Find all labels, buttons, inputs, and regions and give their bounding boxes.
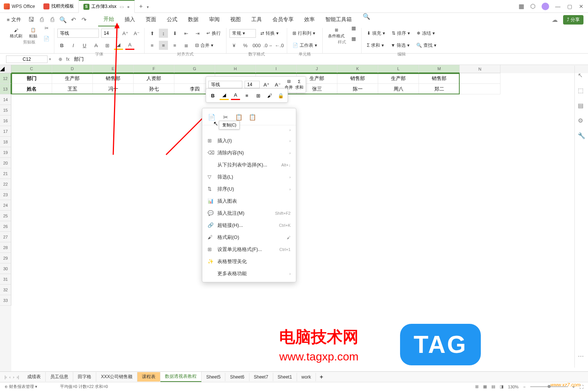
row-header[interactable]: 16	[0, 115, 11, 126]
ctx-paste-special-icon[interactable]: 📋	[248, 113, 257, 121]
sheet-tab[interactable]: 田字格	[73, 372, 96, 382]
side-more-icon[interactable]: ⋯	[578, 353, 585, 360]
side-chain-icon[interactable]: ⚙	[578, 117, 585, 125]
ctx-format-cells[interactable]: ⊞设置单元格格式(F)...Ctrl+1	[202, 243, 296, 256]
col-header[interactable]: N	[460, 65, 500, 73]
rowcol-button[interactable]: ⊞ 行和列 ▾	[290, 29, 317, 37]
tab-data[interactable]: 数据	[183, 13, 204, 26]
col-header[interactable]: F	[134, 65, 174, 73]
mini-sum-button[interactable]: Σ求和	[295, 79, 303, 90]
sum-button[interactable]: Σ 求和 ▾	[365, 42, 386, 49]
number-format-select[interactable]: 常规 ▾	[229, 29, 256, 38]
row-header[interactable]: 29	[0, 253, 11, 263]
col-header[interactable]: G	[174, 65, 215, 73]
tab-menu-icon[interactable]: ▭	[120, 4, 124, 9]
percent-icon[interactable]: %	[241, 41, 250, 50]
strike-icon[interactable]: A̶	[91, 41, 100, 50]
avatar[interactable]	[542, 3, 549, 10]
side-select-icon[interactable]: ⬚	[578, 87, 585, 94]
comma-icon[interactable]: 000	[252, 41, 261, 50]
select-all-corner[interactable]: ◢	[0, 65, 11, 73]
cell-reference-input[interactable]	[6, 55, 48, 63]
tab-close-icon[interactable]: ●	[127, 4, 129, 9]
row-header[interactable]: 24	[0, 200, 11, 211]
sheet-tab[interactable]: Sheet5	[202, 373, 225, 381]
view-layout-icon[interactable]: ▦	[483, 384, 487, 389]
find-button[interactable]: 🔍 查找 ▾	[414, 42, 439, 49]
zoom-out-icon[interactable]: −	[523, 385, 525, 389]
decimal-dec-icon[interactable]: ←.0	[275, 41, 284, 50]
wrap-button[interactable]: ↵ 换行	[204, 29, 223, 37]
cut-icon[interactable]: ✂	[42, 23, 51, 32]
formula-content[interactable]: 部门	[74, 56, 84, 63]
ctx-hyperlink[interactable]: 🔗超链接(H)...Ctrl+K	[202, 219, 296, 231]
ctx-insert[interactable]: ⊞插入(I)›	[202, 135, 296, 147]
sheet-tab[interactable]: Sheet1	[273, 373, 297, 381]
grid-icon[interactable]: ▦	[519, 3, 524, 10]
row-header[interactable]: 18	[0, 137, 11, 147]
row-header[interactable]: 20	[0, 158, 11, 168]
col-header[interactable]: K	[337, 65, 378, 73]
ctx-dropdown-list[interactable]: 从下拉列表中选择(K)...Alt+↓	[202, 159, 296, 171]
sheet-prev-icon[interactable]: ‹	[9, 375, 11, 379]
col-header[interactable]: M	[419, 65, 460, 73]
sheet-tab[interactable]: work	[297, 373, 316, 381]
decrease-font-icon[interactable]: A⁻	[132, 29, 141, 38]
mini-size-select[interactable]	[245, 81, 260, 88]
print-icon[interactable]: ⎙	[49, 16, 56, 23]
close-icon[interactable]: ✕	[579, 3, 583, 9]
ctx-format-brush[interactable]: 🖌格式刷(O)🖌	[202, 231, 296, 243]
tab-tools[interactable]: 工具	[246, 13, 267, 26]
view-page-icon[interactable]: ▤	[491, 384, 495, 389]
mini-border-icon[interactable]: ⊞	[254, 91, 263, 100]
ctx-insert-comment[interactable]: 💬插入批注(M)Shift+F2	[202, 207, 296, 219]
col-header[interactable]: E	[93, 65, 134, 73]
export-icon[interactable]: ⎙	[38, 16, 45, 23]
mini-font-color-icon[interactable]: A	[231, 91, 240, 100]
row-header[interactable]: 28	[0, 242, 11, 253]
freeze-button[interactable]: ❄ 冻结 ▾	[414, 29, 437, 37]
italic-icon[interactable]: I	[69, 41, 78, 50]
tab-page[interactable]: 页面	[140, 13, 162, 26]
align-bottom-icon[interactable]: ⬇	[170, 29, 179, 38]
ctx-sort[interactable]: ⇅排序(U)›	[202, 183, 296, 195]
search-icon[interactable]: 🔍	[363, 13, 370, 20]
underline-icon[interactable]: U	[80, 41, 89, 50]
row-header[interactable]: 33	[0, 295, 11, 306]
mini-lock-icon[interactable]: 🔒	[276, 91, 285, 100]
fx-icon[interactable]: fx	[66, 57, 69, 62]
align-middle-icon[interactable]: ↕	[159, 29, 168, 38]
border-icon[interactable]: ⊞	[103, 41, 112, 50]
cloud-icon[interactable]: ☁	[552, 16, 558, 23]
cube-icon[interactable]: ⬡	[530, 3, 536, 10]
ctx-clear[interactable]: ⌫清除内容(N)›	[202, 147, 296, 159]
view-read-icon[interactable]: ◨	[500, 384, 503, 389]
zoom-fit-icon[interactable]: ⛶	[579, 385, 583, 389]
row-header[interactable]: 19	[0, 147, 11, 158]
row-header[interactable]: 22	[0, 179, 11, 189]
ctx-filter[interactable]: ▽筛选(L)›	[202, 171, 296, 183]
row-header[interactable]: 23	[0, 189, 11, 200]
style2-icon[interactable]: ▦	[349, 34, 358, 43]
tab-member[interactable]: 会员专享	[267, 13, 299, 26]
ctx-paste-icon[interactable]: 📋	[235, 113, 243, 121]
share-button[interactable]: ⤴ 分享	[563, 15, 583, 25]
font-size-select[interactable]	[101, 29, 119, 38]
sheet-tab[interactable]: XXX公司销售额	[96, 372, 137, 382]
save-icon[interactable]: 🖫	[28, 16, 35, 23]
align-center-icon[interactable]: ≡	[159, 41, 168, 50]
maximize-icon[interactable]: ▢	[567, 3, 572, 9]
sheet-tab[interactable]: Sheet6	[225, 373, 249, 381]
col-header[interactable]: C	[11, 65, 52, 73]
row-header[interactable]: 27	[0, 232, 11, 242]
fill-button[interactable]: ⬇ 填充 ▾	[365, 29, 387, 37]
align-top-icon[interactable]: ⬆	[148, 29, 157, 38]
font-color-icon[interactable]: A	[125, 41, 134, 50]
indent-dec-icon[interactable]: ⇤	[182, 29, 191, 38]
align-left-icon[interactable]: ≡	[148, 41, 157, 50]
redo-icon[interactable]: ↷	[81, 16, 88, 23]
row-header[interactable]: 26	[0, 221, 11, 232]
convert-button[interactable]: ⇄ 转换 ▾	[258, 29, 281, 37]
ctx-more-functions[interactable]: 更多表格功能›	[202, 268, 296, 280]
indent-inc-icon[interactable]: ⇥	[193, 29, 202, 38]
